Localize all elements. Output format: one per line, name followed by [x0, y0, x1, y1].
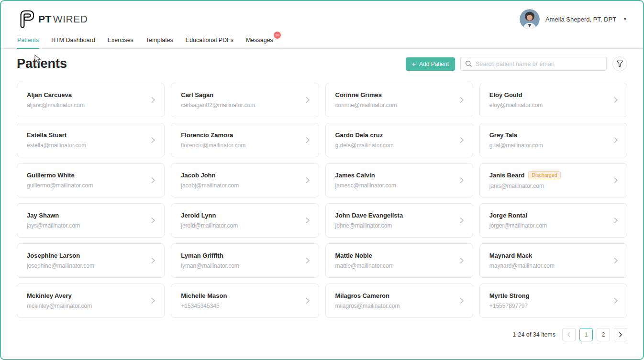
- patient-card[interactable]: Grey Tals g.tal@mailinator.com: [479, 123, 627, 157]
- patient-card[interactable]: Corinne Grimes corinne@mailinator.com: [325, 83, 473, 117]
- chevron-down-icon: ▼: [623, 17, 627, 22]
- patient-card[interactable]: Carl Sagan carlsagan02@mailinator.com: [171, 83, 319, 117]
- patient-name-row: Jacob John: [181, 172, 297, 179]
- patient-name-row: Estella Stuart: [27, 131, 143, 139]
- patient-contact: mckinley@mailinator.com: [27, 303, 143, 309]
- patient-name-row: Eloy Gould: [489, 91, 606, 98]
- search-wrap: [460, 57, 607, 71]
- patient-card[interactable]: Florencio Zamora florencio@mailinator.co…: [171, 123, 319, 157]
- patient-name-row: Jorge Rontal: [489, 212, 606, 219]
- patient-name-row: Mckinley Avery: [27, 292, 143, 299]
- tab-label: Templates: [146, 37, 173, 44]
- pagination-page-2[interactable]: 2: [597, 328, 610, 341]
- patient-contact: corinne@mailinator.com: [335, 102, 452, 109]
- pagination-pages: 12: [579, 328, 610, 341]
- chevron-right-icon: [613, 217, 619, 224]
- patient-card[interactable]: Maynard Mack maynard@mailinator.com: [479, 243, 627, 278]
- chevron-right-icon: [305, 297, 311, 305]
- patient-contact: +15345345345: [181, 303, 297, 309]
- tab-templates[interactable]: Templates: [145, 33, 174, 48]
- patient-card[interactable]: Jacob John jacobj@mailinator.com: [171, 163, 319, 197]
- patient-card[interactable]: Estella Stuart estella@mailinator.com: [17, 123, 165, 157]
- tab-educational-pdfs[interactable]: Educational PDFs: [185, 33, 234, 48]
- tab-exercises[interactable]: Exercises: [107, 33, 134, 48]
- patient-card[interactable]: Janis Beard Discharged janis@mailinator.…: [479, 163, 627, 197]
- tab-messages[interactable]: Messages10: [245, 33, 274, 48]
- patient-name: James Calvin: [335, 172, 375, 179]
- patient-contact: jerold@mailinator.com: [181, 222, 297, 229]
- patient-name-row: Mattie Noble: [335, 252, 452, 259]
- logo-text: PTWIRED: [38, 13, 88, 25]
- patient-card[interactable]: Myrtle Strong +15557897797: [479, 284, 627, 318]
- add-patient-label: Add Patient: [419, 61, 449, 67]
- toolbar: Patients + Add Patient: [1, 49, 643, 83]
- patient-name-row: Michelle Mason: [181, 292, 297, 299]
- patient-contact: jacobj@mailinator.com: [181, 182, 297, 189]
- chevron-right-icon: [459, 137, 465, 144]
- patients-page: { "brand": { "logo_bold": "PT", "logo_li…: [0, 0, 644, 360]
- add-patient-button[interactable]: + Add Patient: [406, 57, 455, 71]
- patient-card[interactable]: James Calvin jamesc@mailinator.com: [325, 163, 473, 197]
- plus-icon: +: [412, 61, 416, 67]
- tab-label: Educational PDFs: [186, 37, 233, 44]
- patient-card[interactable]: Aljan Carcueva aljanc@mailinator.com: [17, 83, 165, 117]
- patient-name: Guillermo White: [27, 172, 75, 179]
- patient-card[interactable]: Eloy Gould eloy@mailinator.com: [479, 83, 627, 117]
- chevron-right-icon: [613, 257, 619, 264]
- pagination-next-button[interactable]: [614, 328, 627, 341]
- patient-name: Gardo Dela cruz: [335, 131, 383, 139]
- patient-card[interactable]: Guillermo White guillermo@mailinator.com: [17, 163, 165, 197]
- patient-contact: g.dela@mailinator.com: [335, 142, 452, 149]
- patient-card[interactable]: Jay Shawn jays@mailinator.com: [17, 203, 165, 238]
- patient-card[interactable]: Gardo Dela cruz g.dela@mailinator.com: [325, 123, 473, 157]
- patient-contact: carlsagan02@mailinator.com: [181, 102, 297, 109]
- header: PTWIRED Amelia Sheperd, PT, DPT ▼: [1, 1, 643, 32]
- patient-contact: g.tal@mailinator.com: [489, 142, 606, 149]
- patient-card[interactable]: Jorge Rontal jorger@mailinator.com: [479, 203, 627, 238]
- tab-rtm-dashboard[interactable]: RTM Dashboard: [51, 33, 95, 48]
- patient-name: Michelle Mason: [181, 292, 227, 299]
- patient-card[interactable]: John Dave Evangelista johne@mailinator.c…: [325, 203, 473, 238]
- pagination-prev-button[interactable]: [562, 328, 576, 341]
- patient-name-row: James Calvin: [335, 172, 452, 179]
- patient-name-row: Jay Shawn: [27, 212, 143, 219]
- patient-name: Aljan Carcueva: [27, 91, 72, 98]
- patient-name-row: Maynard Mack: [489, 252, 606, 259]
- tab-label: Messages: [246, 37, 273, 44]
- patient-contact: johne@mailinator.com: [335, 222, 452, 229]
- app-logo[interactable]: PTWIRED: [17, 9, 88, 29]
- patient-name-row: Janis Beard Discharged: [489, 171, 606, 180]
- tab-label: Exercises: [108, 37, 133, 44]
- patient-name: Jorge Rontal: [489, 212, 527, 219]
- patient-card[interactable]: Mckinley Avery mckinley@mailinator.com: [17, 284, 165, 318]
- patient-contact: +15557897797: [489, 303, 606, 309]
- patient-name-row: Florencio Zamora: [181, 131, 297, 139]
- patient-name-row: Jerold Lynn: [181, 212, 297, 219]
- patient-name: Lyman Griffith: [181, 252, 223, 259]
- patient-card[interactable]: Mattie Noble mattie@mailinator.com: [325, 243, 473, 278]
- filter-button[interactable]: [612, 56, 627, 71]
- patient-card[interactable]: Josephine Larson josephine@mailinator.co…: [17, 243, 165, 278]
- search-input[interactable]: [460, 57, 607, 71]
- chevron-right-icon: [618, 332, 623, 338]
- patient-card[interactable]: Milagros Cameron milagros@mailinator.com: [325, 284, 473, 318]
- tab-patients[interactable]: Patients: [17, 33, 39, 49]
- chevron-right-icon: [150, 137, 156, 144]
- pagination-summary: 1-24 of 34 items: [512, 331, 555, 338]
- patient-contact: estella@mailinator.com: [27, 142, 143, 149]
- patient-name: Estella Stuart: [27, 131, 67, 139]
- filter-funnel-icon: [616, 60, 623, 67]
- user-menu[interactable]: Amelia Sheperd, PT, DPT ▼: [520, 9, 627, 29]
- pagination-page-1[interactable]: 1: [579, 328, 593, 341]
- chevron-right-icon: [459, 257, 465, 264]
- patient-contact: maynard@mailinator.com: [489, 262, 606, 269]
- patient-status-badge: Discharged: [528, 171, 560, 180]
- patient-name: Eloy Gould: [489, 91, 522, 98]
- patient-name-row: Corinne Grimes: [335, 91, 452, 98]
- patient-name-row: John Dave Evangelista: [335, 212, 452, 219]
- patient-card[interactable]: Michelle Mason +15345345345: [171, 284, 319, 318]
- patient-name-row: Carl Sagan: [181, 91, 297, 98]
- patient-card[interactable]: Jerold Lynn jerold@mailinator.com: [171, 203, 319, 238]
- patient-contact: josephine@mailinator.com: [27, 262, 143, 269]
- patient-card[interactable]: Lyman Griffith lyman@mailinator.com: [171, 243, 319, 278]
